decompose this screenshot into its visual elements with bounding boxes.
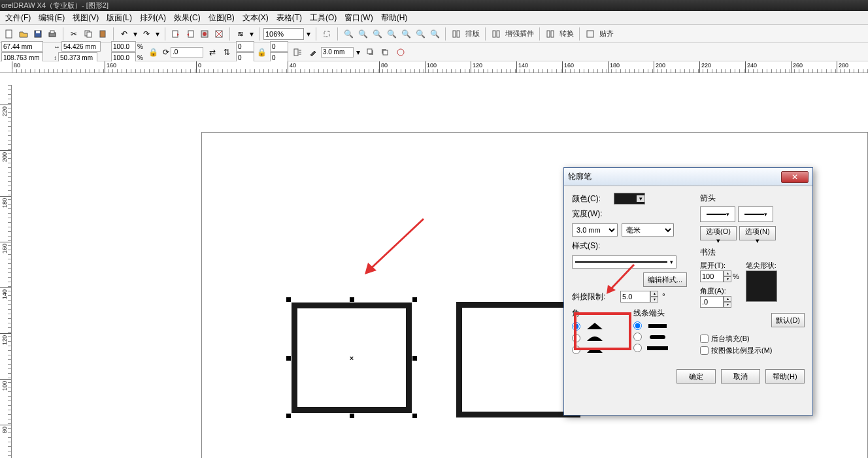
close-button[interactable]: ✕ [781,171,809,183]
menu-file[interactable]: 文件(F) [1,11,35,25]
zoom-out-button[interactable]: 🔍 [356,27,369,41]
snap-label[interactable]: 贴齐 [598,29,615,39]
convert-icon[interactable] [544,27,557,41]
dialog-titlebar[interactable]: 轮廓笔 ✕ [564,168,812,186]
menu-tools[interactable]: 工具(O) [306,11,341,25]
ok-button[interactable]: 确定 [676,369,716,384]
redo-dropdown[interactable]: ▾ [154,27,161,41]
undo-button[interactable]: ↶ [118,27,131,41]
layout-label[interactable]: 排版 [464,29,481,39]
menu-table[interactable]: 表格(T) [273,11,306,25]
menu-bar: 文件(F) 编辑(E) 视图(V) 版面(L) 排列(A) 效果(C) 位图(B… [0,11,868,25]
cap-flat-radio[interactable] [633,321,642,330]
zoom-levels-button[interactable]: ≋ [234,27,247,41]
handle-bot-mid[interactable] [350,414,354,418]
snap-toggle[interactable] [320,27,333,41]
app-title: orelDRAW X4（专业版）- [图形2] [1,1,108,10]
convert-curves-button[interactable] [394,46,407,59]
snap-icon[interactable] [584,27,597,41]
options-n-button[interactable]: 选项(N) ▾ [739,226,776,240]
edit-style-button[interactable]: 编辑样式... [643,272,687,287]
save-button[interactable] [31,27,44,41]
cut-button[interactable]: ✂ [67,27,80,41]
miter-spinner[interactable]: ▴▾ [620,291,658,303]
width-select[interactable]: 3.0 mm [572,223,618,237]
handle-top-left[interactable] [286,297,291,302]
lock-ratio-button[interactable]: 🔒 [147,46,160,59]
handle-bot-right[interactable] [412,414,417,418]
convert-label[interactable]: 转换 [558,29,575,39]
new-button[interactable] [3,27,16,41]
export-button[interactable] [184,27,197,41]
zoom-input[interactable] [263,28,304,40]
handle-mid-left[interactable] [286,356,291,361]
menu-effects[interactable]: 效果(C) [170,11,205,25]
corner-tl-input[interactable] [236,41,254,52]
zoom-page-button[interactable]: 🔍 [385,27,398,41]
zoom-in-button[interactable]: 🔍 [342,27,355,41]
copy-button[interactable] [82,27,95,41]
cancel-button[interactable]: 取消 [721,369,760,384]
to-back-button[interactable] [378,46,392,59]
menu-bitmaps[interactable]: 位图(B) [205,11,239,25]
arrow-start-select[interactable]: ▾ [700,206,735,222]
menu-arrange[interactable]: 排列(A) [136,11,170,25]
style-select[interactable]: ▾ [572,255,676,269]
zoom-all-button[interactable]: 🔍 [414,27,427,41]
plugin-label[interactable]: 增强插件 [504,29,535,39]
menu-window[interactable]: 窗口(W) [341,11,376,25]
angle-spinner[interactable]: ▴▾ [700,296,731,308]
cap-square-radio[interactable] [633,344,642,352]
bg-fill-checkbox[interactable] [700,335,709,343]
zoom-selection-button[interactable]: 🔍 [399,27,412,41]
handle-bot-left[interactable] [286,414,291,418]
handle-mid-right[interactable] [412,356,417,361]
wrap-text-button[interactable] [291,46,304,59]
mirror-v-button[interactable]: ⇅ [220,46,233,59]
rectangle-2[interactable] [456,302,580,417]
import-button[interactable] [169,27,182,41]
zoom-levels-dropdown[interactable]: ▾ [248,27,255,41]
menu-text[interactable]: 文本(X) [239,11,273,25]
stretch-spinner[interactable]: ▴▾ [700,270,731,282]
mirror-h-button[interactable]: ⇄ [206,46,219,59]
layout-icon[interactable] [450,27,463,41]
arrow-end-select[interactable]: ▾ [738,206,773,222]
handle-top-mid[interactable] [350,297,354,302]
selected-rectangle[interactable]: × [286,297,417,418]
welcome-button[interactable] [212,27,225,41]
zoom-width-button[interactable]: 🔍 [428,27,441,41]
outline-dropdown[interactable]: ▾ [355,46,361,59]
calli-title: 书法 [700,247,805,258]
zoom-fit-button[interactable]: 🔍 [371,27,384,41]
open-button[interactable] [17,27,30,41]
app-launcher-button[interactable] [198,27,211,41]
corner-tr-input[interactable] [270,41,288,52]
outline-width-input[interactable] [321,47,354,57]
rotation-input[interactable] [171,47,203,57]
menu-help[interactable]: 帮助(H) [377,11,412,25]
default-button[interactable]: 默认(D) [771,313,805,327]
pos-x-input[interactable] [1,41,43,52]
handle-top-right[interactable] [412,297,417,302]
stretch-label: 展开(T): [700,261,739,270]
paste-button[interactable] [96,27,109,41]
color-picker[interactable]: ▾ [614,193,645,204]
help-button[interactable]: 帮助(H) [765,369,805,384]
menu-layout[interactable]: 版面(L) [103,11,136,25]
options-o-button[interactable]: 选项(O) ▾ [700,226,737,240]
unit-select[interactable]: 毫米 [622,223,674,237]
plugin-icon[interactable] [490,27,503,41]
corner-lock-button[interactable]: 🔒 [256,46,269,59]
print-button[interactable] [46,27,59,41]
scale-x-input[interactable] [111,41,136,52]
scale-checkbox[interactable] [700,346,709,355]
cap-round-radio[interactable] [633,333,642,341]
menu-edit[interactable]: 编辑(E) [35,11,69,25]
menu-view[interactable]: 视图(V) [69,11,103,25]
to-front-button[interactable] [364,46,377,59]
undo-dropdown[interactable]: ▾ [132,27,139,41]
width-input[interactable] [61,41,101,52]
redo-button[interactable]: ↷ [140,27,153,41]
zoom-dropdown[interactable]: ▾ [305,27,312,41]
